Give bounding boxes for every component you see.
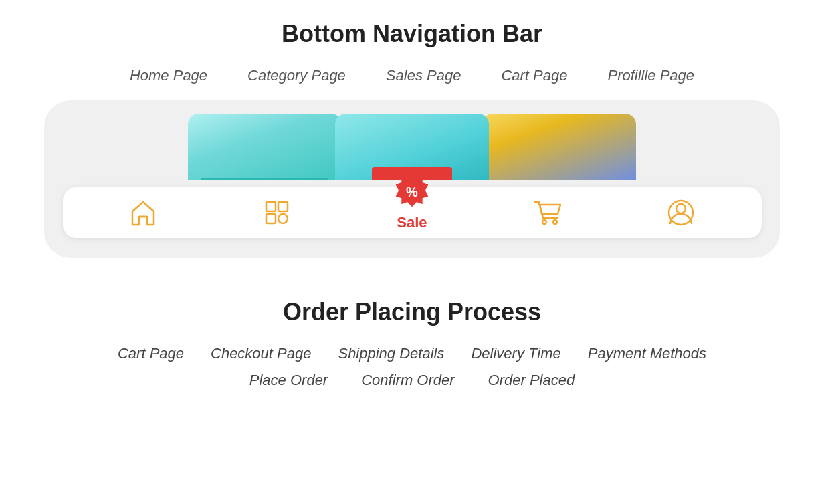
- red-banner: [372, 167, 452, 180]
- bottom-nav-bar: % Sale: [63, 187, 762, 238]
- page-wrapper: Bottom Navigation Bar Home Page Category…: [0, 0, 824, 416]
- nav-home-item[interactable]: [126, 195, 161, 230]
- svg-rect-2: [266, 214, 276, 223]
- svg-point-5: [553, 220, 557, 224]
- order-label-place[interactable]: Place Order: [249, 372, 328, 389]
- nav-label-profile[interactable]: Profillle Page: [607, 67, 694, 84]
- order-label-confirm[interactable]: Confirm Order: [361, 372, 454, 389]
- sale-label: Sale: [397, 214, 427, 231]
- nav-label-cart[interactable]: Cart Page: [501, 67, 567, 84]
- nav-label-category[interactable]: Category Page: [247, 67, 346, 84]
- cart-icon: [530, 195, 564, 230]
- nav-profile-item[interactable]: [663, 195, 698, 230]
- nav-cart-item[interactable]: [530, 195, 564, 230]
- section2: Order Placing Process Cart Page Checkout…: [0, 298, 824, 389]
- profile-icon: [663, 195, 698, 230]
- nav-label-home[interactable]: Home Page: [130, 67, 207, 84]
- svg-rect-1: [278, 202, 288, 211]
- phone-screenshot-mid: [335, 114, 489, 180]
- svg-point-7: [676, 204, 686, 213]
- nav-labels-row: Home Page Category Page Sales Page Cart …: [130, 67, 694, 84]
- phone-screenshot-left: [188, 114, 342, 180]
- svg-point-4: [542, 220, 546, 224]
- order-label-shipping[interactable]: Shipping Details: [338, 345, 444, 362]
- category-icon: [260, 195, 294, 230]
- home-icon: [126, 195, 161, 230]
- svg-point-3: [278, 214, 288, 223]
- order-label-cart[interactable]: Cart Page: [118, 345, 184, 362]
- order-label-payment[interactable]: Payment Methods: [588, 345, 706, 362]
- order-label-delivery[interactable]: Delivery Time: [471, 345, 560, 362]
- nav-label-sales[interactable]: Sales Page: [386, 67, 461, 84]
- order-labels-row1: Cart Page Checkout Page Shipping Details…: [118, 345, 706, 362]
- phone-screenshot-right: [482, 114, 636, 180]
- sale-badge-text: %: [406, 184, 418, 200]
- nav-sale-item[interactable]: % Sale: [394, 174, 430, 231]
- phone-mockup-container: % Sale: [44, 100, 780, 258]
- nav-category-item[interactable]: [260, 195, 294, 230]
- svg-rect-0: [266, 202, 276, 211]
- phones-row: [44, 114, 780, 180]
- order-labels-row2: Place Order Confirm Order Order Placed: [249, 372, 575, 389]
- order-label-checkout[interactable]: Checkout Page: [211, 345, 311, 362]
- section1-title: Bottom Navigation Bar: [282, 20, 542, 48]
- section2-title: Order Placing Process: [283, 298, 541, 326]
- order-label-placed[interactable]: Order Placed: [488, 372, 575, 389]
